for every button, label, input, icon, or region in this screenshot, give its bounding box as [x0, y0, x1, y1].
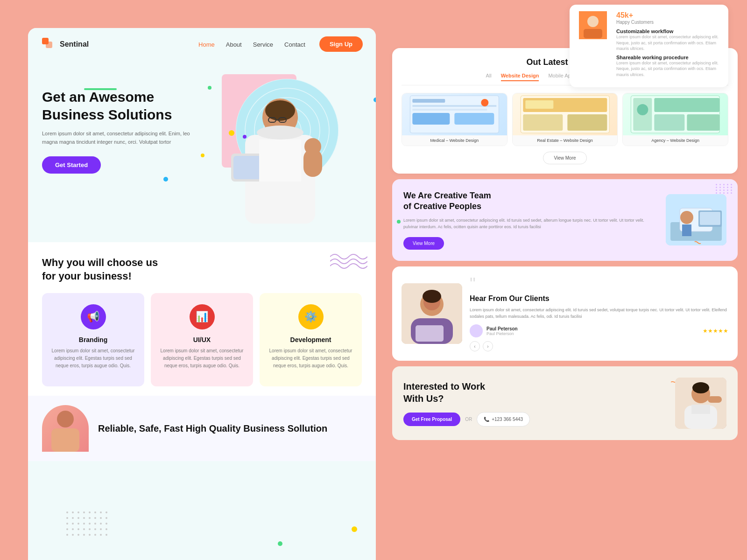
logo-area: Sentinal	[41, 37, 89, 52]
nav-item-about[interactable]: About	[226, 40, 242, 49]
signup-button[interactable]: Sign Up	[319, 36, 363, 52]
dot-decoration-bottom2	[278, 541, 282, 546]
cta-title: Interested to Work With Us?	[403, 380, 668, 405]
svg-rect-28	[412, 109, 487, 111]
cta-or-text: OR	[465, 417, 472, 422]
wave-decoration	[330, 252, 367, 273]
author-avatar	[470, 324, 483, 337]
project-medical: Medical – Website Design	[402, 93, 507, 146]
bottom-section: Reliable, Safe, Fast High Quality Busine…	[28, 396, 376, 461]
prev-button[interactable]: ‹	[470, 341, 480, 351]
feature-2-desc: Lorem ipsum dolor sit amet, consectetur …	[616, 60, 719, 78]
feature-1-desc: Lorem ipsum dolor sit amet, consectetur …	[616, 34, 719, 52]
creative-desc: Lorem ipsum dolor sit amet, consectetur …	[403, 217, 658, 231]
person-svg	[217, 88, 343, 228]
svg-rect-19	[259, 140, 301, 182]
svg-rect-36	[525, 100, 553, 109]
nav-item-home[interactable]: Home	[198, 40, 215, 49]
hero-accent-line	[84, 88, 117, 90]
svg-rect-21	[51, 428, 79, 452]
dots-decoration	[716, 184, 733, 194]
development-icon: ⚙️	[298, 304, 324, 329]
nav-item-service[interactable]: Service	[253, 40, 273, 49]
orange-thumbnail	[579, 11, 607, 39]
svg-rect-54	[416, 325, 444, 342]
branding-desc: Lorem ipsum dolor sit amet, consectetur …	[49, 347, 137, 370]
cta-actions: Get Free Proposal OR 📞 +123 366 5443	[403, 412, 668, 427]
call-number: +123 366 5443	[492, 417, 523, 422]
svg-rect-41	[687, 114, 720, 131]
agency-mockup	[623, 93, 728, 135]
svg-rect-49	[700, 212, 720, 225]
project-img-realestate	[513, 93, 618, 135]
dot-decoration	[374, 98, 376, 102]
brand-name: Sentinal	[60, 40, 89, 49]
projects-grid: Medical – Website Design Real Estate – W…	[402, 93, 728, 146]
svg-rect-29	[412, 113, 450, 125]
hero-title: Get an Awesome Business Solutions	[42, 88, 191, 123]
branding-title: Branding	[49, 336, 137, 343]
dot-decoration	[229, 130, 234, 136]
feature-1-title: Customizable workflow	[616, 28, 719, 34]
project-label-medical: Medical – Website Design	[402, 135, 507, 146]
svg-point-10	[257, 126, 303, 140]
svg-rect-59	[708, 396, 722, 403]
person-silhouette	[42, 405, 89, 452]
svg-rect-26	[412, 99, 445, 103]
creative-image-area: ~	[666, 194, 726, 245]
logo-icon	[41, 37, 56, 52]
view-more-button[interactable]: View More	[543, 152, 586, 164]
uiux-card: 📊 UI/UX Lorem ipsum dolor sit amet, cons…	[151, 293, 253, 386]
testimonial-text: Lorem ipsum dolor sit amet, consectetur …	[470, 307, 728, 320]
call-button[interactable]: 📞 +123 366 5443	[477, 412, 530, 427]
svg-point-60	[692, 382, 709, 393]
svg-rect-24	[584, 29, 602, 38]
stats-card-inner: 45k+ Happy Customers Customizable workfl…	[579, 11, 719, 81]
svg-rect-47	[682, 224, 691, 236]
svg-rect-1	[46, 42, 52, 48]
green-dot-decoration	[397, 220, 401, 224]
author-role: Paul Pieterson	[486, 331, 518, 336]
project-realestate: Real Estate – Website Design	[512, 93, 618, 146]
development-title: Development	[267, 336, 354, 343]
bottom-person-image	[42, 405, 89, 452]
testimonial-content: " Hear From Our Clients Lorem ipsum dolo…	[470, 276, 728, 352]
creative-view-more-button[interactable]: View More	[403, 237, 444, 250]
cta-section: Interested to Work With Us? Get Free Pro…	[392, 366, 738, 440]
testimonials-section: " Hear From Our Clients Lorem ipsum dolo…	[392, 266, 738, 361]
testimonial-nav: ‹ ›	[470, 341, 728, 351]
why-title: Why you will choose us for your business…	[42, 256, 362, 283]
stats-label: Happy Customers	[616, 20, 719, 25]
nav-links: Home About Service Contact	[198, 40, 305, 49]
svg-rect-30	[454, 113, 494, 125]
feature-2-title: Shareable working procedure	[616, 55, 719, 60]
page-wrapper: Sentinal Home About Service Contact Sign…	[0, 0, 747, 560]
creative-title: We Are Creative Team of Creative Peoples	[403, 190, 658, 212]
testimonial-person-svg	[402, 283, 462, 344]
project-img-agency	[623, 93, 728, 135]
get-started-button[interactable]: Get Started	[42, 156, 101, 174]
hero-section: Get an Awesome Business Solutions Lorem …	[28, 60, 376, 238]
next-button[interactable]: ›	[483, 341, 493, 351]
hero-text: Get an Awesome Business Solutions Lorem …	[42, 70, 191, 174]
svg-point-46	[680, 211, 693, 224]
project-label-realestate: Real Estate – Website Design	[513, 135, 618, 146]
svg-point-20	[57, 411, 74, 427]
get-proposal-button[interactable]: Get Free Proposal	[403, 413, 460, 426]
svg-point-42	[637, 104, 648, 115]
tab-all[interactable]: All	[486, 73, 491, 81]
why-section: Why you will choose us for your business…	[28, 242, 376, 396]
right-panel: 45k+ Happy Customers Customizable workfl…	[383, 0, 747, 560]
cta-person-svg	[675, 378, 726, 429]
uiux-title: UI/UX	[158, 336, 246, 343]
project-label-agency: Agency – Website Design	[623, 135, 728, 146]
svg-point-23	[587, 16, 599, 27]
tab-website-design[interactable]: Website Design	[501, 73, 539, 81]
stats-card: 45k+ Happy Customers Customizable workfl…	[570, 5, 728, 87]
stats-badge: 45k+	[616, 11, 719, 20]
development-desc: Lorem ipsum dolor sit amet, consectetur …	[267, 347, 354, 370]
phone-icon: 📞	[484, 417, 489, 422]
author-info: Paul Peterson Paul Pieterson	[486, 326, 518, 336]
project-agency: Agency – Website Design	[622, 93, 728, 146]
nav-item-contact[interactable]: Contact	[284, 40, 305, 49]
